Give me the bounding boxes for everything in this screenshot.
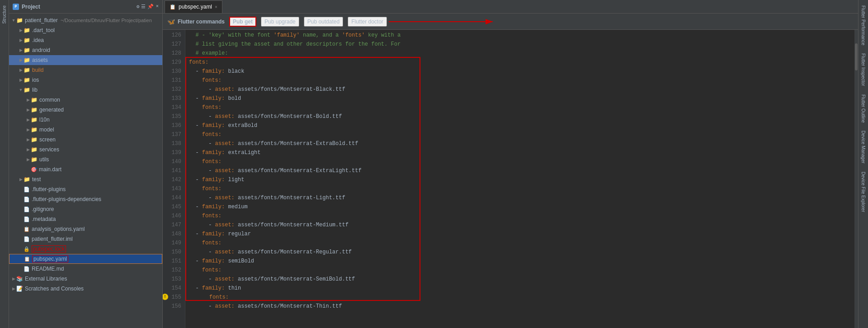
expand-icon[interactable]: ☰ (141, 4, 146, 9)
folder-icon: 📁 (31, 117, 38, 123)
tree-item-label: pubspec.yaml (32, 255, 68, 262)
tree-item-common[interactable]: ▶ 📁 common (9, 95, 162, 105)
lock-file-icon: 🔒 (24, 246, 30, 252)
pub-get-button[interactable]: Pub get (229, 17, 256, 27)
tree-item-patient_flutter[interactable]: ▼ 📁 patient_flutter ~/Documents/Dhruv/Fl… (9, 15, 162, 25)
pin-icon[interactable]: 📌 (147, 4, 154, 9)
flutter-doctor-button[interactable]: Flutter doctor (348, 17, 387, 27)
folder-icon: 📁 (24, 47, 30, 53)
tree-item-label: test (32, 176, 41, 183)
expand-arrow: ▶ (18, 48, 24, 52)
structure-vtab[interactable]: Structure (1, 2, 8, 28)
flutter-inspector-tab[interactable]: Flutter Inspector (860, 50, 867, 89)
expand-arrow: ▶ (18, 38, 24, 42)
file-icon: 📄 (24, 197, 30, 202)
tab-pubspec-yaml[interactable]: 📋 pubspec.yaml × (165, 0, 222, 13)
folder-icon: 📁 (24, 57, 30, 63)
code-line-152: fonts: (189, 266, 854, 275)
yaml-tab-icon: 📋 (170, 4, 176, 10)
tree-item-idea[interactable]: ▶ 📁 .idea (9, 35, 162, 45)
tree-item-flutter-plugins-dep[interactable]: ▶ 📄 .flutter-plugins-dependencies (9, 194, 162, 204)
pub-outdated-button[interactable]: Pub outdated (304, 17, 343, 27)
tree-item-flutter-plugins[interactable]: ▶ 📄 .flutter-plugins (9, 184, 162, 194)
pub-upgrade-button[interactable]: Pub upgrade (261, 17, 299, 27)
md-file-icon: 📄 (24, 266, 30, 272)
code-line-145: - family: medium (189, 202, 854, 211)
tree-item-assets[interactable]: ▶ 📁 assets (9, 55, 162, 65)
tab-close-button[interactable]: × (215, 5, 217, 9)
tree-item-label: common (39, 97, 60, 103)
code-line-141: - asset: assets/fonts/Montserrat-ExtraLi… (189, 166, 854, 175)
tree-item-dart_tool[interactable]: ▶ 📁 .dart_tool (9, 25, 162, 35)
project-icon: P (13, 4, 19, 10)
tree-item-label: patient_flutter (25, 17, 58, 23)
tree-item-generated[interactable]: ▶ 📁 generated (9, 105, 162, 115)
tree-item-iml[interactable]: ▶ 📄 patient_flutter.iml (9, 234, 162, 244)
folder-icon: 📁 (16, 17, 23, 23)
expand-arrow: ▶ (25, 98, 31, 102)
tree-item-label: model (39, 127, 54, 133)
tree-item-gitignore[interactable]: ▶ 📄 .gitignore (9, 204, 162, 214)
sidebar-title: Project (22, 4, 40, 10)
code-line-130: - family: black (189, 67, 854, 76)
tree-item-label: assets (32, 57, 48, 63)
flutter-performance-tab[interactable]: Flutter Performance (860, 2, 867, 49)
expand-arrow: ▶ (18, 58, 24, 62)
tree-item-label: l10n (39, 117, 50, 123)
tree-item-label: README.md (32, 266, 64, 272)
folder-icon: 📁 (31, 136, 38, 143)
tree-item-pubspec-lock[interactable]: ▶ 🔒 pubspec.lock (9, 244, 162, 254)
tree-item-services[interactable]: ▶ 📁 services (9, 145, 162, 155)
gear-icon[interactable]: ⚙ (137, 4, 140, 9)
code-editor[interactable]: # - 'key' with the font 'family' name, a… (185, 30, 854, 328)
code-line-155: fonts: (189, 293, 854, 302)
tab-bar: 📋 pubspec.yaml × (163, 0, 858, 14)
tree-item-test[interactable]: ▶ 📁 test (9, 174, 162, 184)
code-line-151: - family: semiBold (189, 257, 854, 266)
right-panel-tabs: Flutter Performance Flutter Inspector Fl… (858, 0, 868, 328)
folder-icon: 📁 (31, 97, 38, 103)
scratches-icon: 📝 (16, 286, 23, 292)
tree-item-label: patient_flutter.iml (32, 236, 73, 242)
tree-item-ios[interactable]: ▶ 📁 ios (9, 75, 162, 85)
close-icon[interactable]: × (156, 4, 159, 9)
tree-item-label: screen (39, 136, 56, 143)
tree-item-model[interactable]: ▶ 📁 model (9, 125, 162, 135)
tree-item-external-libraries[interactable]: ▶ 📚 External Libraries (9, 274, 162, 284)
code-line-154: - family: thin (189, 284, 854, 293)
device-file-explorer-tab[interactable]: Device File Explorer (860, 168, 867, 216)
flutter-outline-tab[interactable]: Flutter Outline (860, 91, 867, 127)
tree-item-pubspec-yaml[interactable]: ▶ 📋 pubspec.yaml (9, 254, 162, 264)
folder-icon: 📁 (31, 107, 38, 113)
device-manager-tab[interactable]: Device Manager (860, 127, 867, 167)
structure-tab-panel: Structure (0, 0, 9, 328)
flutter-icon: 🦋 (167, 18, 175, 25)
code-line-139: - family: extraLight (189, 148, 854, 157)
tree-item-label: .flutter-plugins-dependencies (32, 196, 101, 202)
tree-item-android[interactable]: ▶ 📁 android (9, 45, 162, 55)
tree-item-label: analysis_options.yaml (32, 226, 85, 232)
code-line-137: fonts: (189, 130, 854, 139)
code-line-144: - asset: assets/fonts/Montserrat-Light.t… (189, 193, 854, 202)
tree-item-metadata[interactable]: ▶ 📄 .metadata (9, 214, 162, 224)
tree-item-scratches[interactable]: ▶ 📝 Scratches and Consoles (9, 284, 162, 294)
expand-arrow: ▶ (25, 108, 31, 112)
editor-scrollbar[interactable] (854, 30, 858, 328)
code-line-127: # list giving the asset and other descri… (189, 40, 854, 49)
tree-item-analysis-options[interactable]: ▶ 📋 analysis_options.yaml (9, 224, 162, 234)
tree-item-label: lib (32, 87, 38, 93)
line-numbers: 126 127 128 129 130 131 132 133 134 135 … (163, 30, 185, 328)
tree-item-screen[interactable]: ▶ 📁 screen (9, 135, 162, 145)
tree-item-main-dart[interactable]: ▶ 🎯 main.dart (9, 164, 162, 174)
tree-item-label: ios (32, 77, 39, 83)
tree-item-l10n[interactable]: ▶ 📁 l10n (9, 115, 162, 125)
code-line-129: fonts: (189, 58, 854, 67)
scrollbar-thumb[interactable] (855, 43, 858, 70)
expand-arrow: ▶ (25, 117, 31, 122)
tree-item-build[interactable]: ▶ 📁 build (9, 65, 162, 75)
tree-item-readme[interactable]: ▶ 📄 README.md (9, 264, 162, 274)
tree-item-utils[interactable]: ▶ 📁 utils (9, 155, 162, 164)
tree-item-label: .idea (32, 37, 44, 43)
tree-item-lib[interactable]: ▼ 📁 lib (9, 85, 162, 95)
tree-item-label: Scratches and Consoles (25, 286, 84, 292)
